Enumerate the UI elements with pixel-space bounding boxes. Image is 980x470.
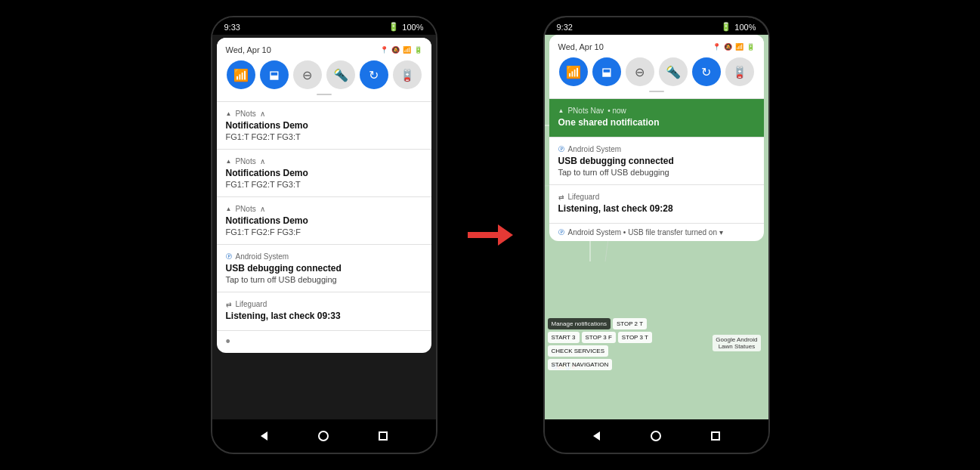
manage-notifications-btn[interactable]: Manage notifications: [548, 318, 611, 329]
nav-recents-1[interactable]: [372, 425, 394, 447]
wifi-icon-2: 📶: [566, 65, 581, 79]
pnots-app-1: PNots: [235, 110, 255, 118]
notif-item-usb-2[interactable]: Ⓟ Android System USB debugging connected…: [549, 137, 764, 184]
phone-1: 9:33 🔋 100% Wed, Apr 10 📍 🔕 📶: [211, 16, 437, 454]
stop3f-btn[interactable]: STOP 3 F: [582, 332, 616, 343]
dnd-icon-2: ⊖: [635, 65, 645, 79]
pnots-nav-time: • now: [607, 107, 626, 115]
location-icon-2: 📍: [713, 43, 721, 51]
pnots-icon-3: ▲: [226, 206, 232, 212]
qs-status-icons-2: 📍 🔕 📶 🔋: [713, 43, 755, 51]
pnots-icon-2: ▲: [226, 158, 232, 165]
battery-pct-2: 100%: [734, 23, 756, 32]
back-triangle-icon: [261, 431, 267, 441]
qs-bluetooth-btn-2[interactable]: ⬓: [592, 57, 621, 86]
battery-saver-icon-2: 🪫: [732, 65, 747, 79]
bluetooth-icon: ⬓: [269, 69, 279, 81]
recents-square-icon-2: [711, 431, 720, 441]
phone2-map-area: Google Google AndroidLawn Statues Manage…: [545, 35, 768, 419]
notif-title-pnots-2: Notifications Demo: [226, 168, 422, 178]
wifi-icon: 📶: [233, 68, 249, 82]
nav-back-1[interactable]: [253, 425, 276, 447]
notif-title-lifeguard-2: Listening, last check 09:28: [558, 203, 755, 214]
map-buttons-area[interactable]: Manage notifications STOP 2 T START 3 ST…: [548, 318, 765, 373]
qs-sync-btn[interactable]: ↻: [360, 60, 388, 89]
qs-date-row-2: Wed, Apr 10 📍 🔕 📶 🔋: [558, 42, 755, 51]
qs-bluetooth-btn[interactable]: ⬓: [260, 60, 289, 89]
notif-body-pnots-1: FG1:T FG2:T FG3:T: [226, 132, 422, 141]
battery-icon-2: 🔋: [721, 22, 731, 32]
notif-title-usb-1: USB debugging connected: [226, 263, 422, 274]
map-btn-row-3: CHECK SERVICES: [548, 345, 765, 357]
qs-date-2: Wed, Apr 10: [558, 42, 604, 51]
qs-icons-row-1[interactable]: 📶 ⬓ ⊖ 🔦 ↻: [226, 60, 422, 89]
time-1: 9:33: [224, 23, 240, 32]
notif-item-lifeguard-2[interactable]: ⇄ Lifeguard Listening, last check 09:28: [549, 184, 764, 223]
wifi-icon-top: 📶: [403, 46, 411, 54]
lifeguard-icon-1: ⇄: [226, 301, 232, 308]
stop3t-btn[interactable]: STOP 3 T: [618, 332, 652, 343]
notif-header-usb-1: Ⓟ Android System: [226, 252, 422, 261]
notif-title-usb-2: USB debugging connected: [558, 156, 755, 166]
notif-header-lifeguard-2: ⇄ Lifeguard: [558, 193, 755, 201]
notif-title-pnots-1: Notifications Demo: [226, 120, 422, 131]
location-icon: 📍: [380, 46, 388, 54]
notif-title-pnots-3: Notifications Demo: [226, 215, 422, 226]
home-circle-icon-2: [651, 431, 661, 441]
arrow-head: [498, 224, 513, 246]
notif-body-pnots-3: FG1:T FG2:F FG3:F: [226, 227, 422, 237]
qs-flashlight-btn[interactable]: 🔦: [326, 60, 355, 89]
pnots-nav-icon: ▲: [558, 107, 564, 114]
qs-sync-btn-2[interactable]: ↻: [692, 57, 721, 86]
qs-date-row-1: Wed, Apr 10 📍 🔕 📶 🔋: [226, 45, 422, 54]
android-icon-1: Ⓟ: [226, 252, 232, 261]
notif-panel-1: Wed, Apr 10 📍 🔕 📶 🔋 📶 ⬓: [217, 38, 431, 353]
usb-footer[interactable]: Ⓟ Android System • USB file transfer tur…: [549, 223, 764, 241]
qs-status-icons-1: 📍 🔕 📶 🔋: [380, 46, 422, 54]
notif-item-pnots-2[interactable]: ▲ PNots ∧ Notifications Demo FG1:T FG2:T…: [217, 149, 431, 196]
flashlight-icon: 🔦: [333, 68, 348, 82]
pnots-icon-1: ▲: [226, 110, 232, 117]
sync-icon: ↻: [369, 68, 379, 82]
pnots-app-2: PNots: [235, 157, 255, 165]
lifeguard-app-2: Lifeguard: [568, 193, 600, 201]
nav-home-2[interactable]: [645, 425, 667, 447]
notif-item-lifeguard-1[interactable]: ⇄ Lifeguard Listening, last check 09:33: [217, 292, 431, 330]
check-services-btn[interactable]: CHECK SERVICES: [548, 345, 609, 357]
nav-recents-2[interactable]: [704, 425, 727, 447]
qs-wifi-btn-2[interactable]: 📶: [559, 57, 588, 86]
sync-icon-2: ↻: [701, 65, 711, 79]
bell-off-icon: 🔕: [391, 46, 400, 54]
qs-wifi-btn[interactable]: 📶: [227, 60, 255, 89]
status-bar-1: 9:33 🔋 100%: [212, 17, 436, 35]
qs-flashlight-btn-2[interactable]: 🔦: [659, 57, 688, 86]
qs-battery-btn[interactable]: 🪫: [393, 60, 422, 89]
notif-header-usb-2: Ⓟ Android System: [558, 145, 755, 153]
status-bar-2: 9:32 🔋 100%: [545, 17, 768, 35]
notif-dot-1: •: [217, 330, 431, 353]
qs-icons-row-2[interactable]: 📶 ⬓ ⊖ 🔦 ↻: [558, 57, 755, 86]
start3-btn[interactable]: START 3: [548, 332, 580, 343]
pnots-expand-2: ∧: [260, 157, 265, 165]
stop2t-btn[interactable]: STOP 2 T: [613, 318, 647, 329]
pnots-expand-3: ∧: [260, 205, 265, 213]
flashlight-icon-2: 🔦: [666, 65, 681, 79]
quick-settings-1: Wed, Apr 10 📍 🔕 📶 🔋 📶 ⬓: [217, 38, 431, 101]
notif-item-pnots-3[interactable]: ▲ PNots ∧ Notifications Demo FG1:T FG2:F…: [217, 196, 431, 244]
notif-item-usb-1[interactable]: Ⓟ Android System USB debugging connected…: [217, 244, 431, 292]
qs-battery-btn-2[interactable]: 🪫: [725, 57, 754, 86]
usb-footer-text: Android System • USB file transfer turne…: [568, 228, 723, 237]
notif-panel-2: Wed, Apr 10 📍 🔕 📶 🔋 📶: [549, 35, 764, 241]
arrow-container: [468, 226, 513, 244]
nav-back-2[interactable]: [586, 425, 608, 447]
notif-item-pnots-1[interactable]: ▲ PNots ∧ Notifications Demo FG1:T FG2:T…: [217, 101, 431, 149]
map-btn-row-2: START 3 STOP 3 F STOP 3 T: [548, 332, 765, 343]
nav-home-1[interactable]: [312, 425, 335, 447]
qs-dnd-btn-2[interactable]: ⊖: [626, 57, 654, 86]
notif-item-pnots-nav[interactable]: ▲ PNots Nav • now One shared notificatio…: [549, 98, 764, 137]
pnots-nav-app: PNots Nav: [567, 107, 604, 115]
qs-dnd-btn[interactable]: ⊖: [293, 60, 322, 89]
recents-square-icon: [379, 431, 388, 441]
battery-icon-top-2: 🔋: [747, 43, 755, 51]
start-navigation-btn[interactable]: START NAVIGATION: [548, 359, 613, 370]
